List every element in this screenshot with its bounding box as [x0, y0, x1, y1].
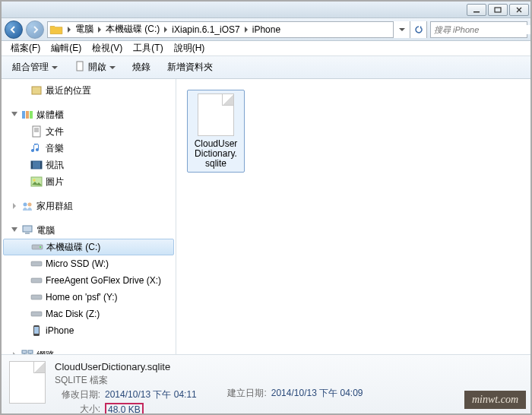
picture-icon	[30, 176, 43, 188]
breadcrumb-iphone[interactable]: iPhone	[251, 22, 282, 37]
details-text: CloudUserDictionary.sqlite SQLITE 檔案 修改日…	[55, 361, 197, 407]
file-icon	[198, 93, 234, 136]
file-item[interactable]: CloudUser Dictionary. sqlite	[187, 90, 245, 173]
svg-rect-19	[31, 261, 42, 266]
details-text-2: 建立日期: 2014/10/13 下午 04:09	[221, 361, 363, 407]
open-button[interactable]: 開啟	[68, 59, 122, 76]
svg-rect-25	[22, 350, 27, 353]
refresh-button[interactable]	[410, 21, 426, 38]
sidebar-item-computer[interactable]: 電腦	[2, 222, 176, 239]
sidebar-label: 家用群組	[36, 200, 73, 213]
sidebar-label: Mac Disk (Z:)	[46, 309, 100, 319]
dropdown-button[interactable]	[393, 21, 410, 38]
sidebar-item-drive-x[interactable]: FreeAgent GoFlex Drive (X:)	[2, 272, 176, 289]
created-label: 建立日期:	[221, 387, 267, 400]
back-button[interactable]	[5, 21, 23, 39]
expand-icon[interactable]	[11, 202, 18, 210]
drive-icon	[31, 241, 43, 253]
sidebar[interactable]: 最近的位置 媒體櫃 文件 音樂 視訊 圖片 家用群組	[2, 79, 176, 354]
drive-icon	[30, 308, 43, 320]
content-area[interactable]: CloudUser Dictionary. sqlite	[176, 79, 530, 354]
sidebar-label: 電腦	[36, 224, 55, 237]
menu-edit[interactable]: 編輯(E)	[46, 40, 86, 56]
close-button[interactable]	[509, 4, 529, 16]
breadcrumb-drive-c[interactable]: 本機磁碟 (C:)	[104, 22, 161, 37]
open-label: 開啟	[88, 61, 106, 74]
sidebar-item-music[interactable]: 音樂	[2, 140, 176, 157]
file-icon	[9, 361, 46, 404]
organize-button[interactable]: 組合管理	[6, 59, 64, 76]
navigation-bar: 電腦 本機磁碟 (C:) iXiapin.6.1_iOS7 iPhone	[2, 18, 530, 41]
chevron-right-icon[interactable]	[161, 27, 170, 33]
svg-rect-10	[40, 161, 42, 169]
svg-rect-8	[31, 161, 42, 169]
svg-rect-0	[473, 11, 480, 13]
forward-button[interactable]	[26, 21, 44, 39]
breadcrumb-computer[interactable]: 電腦	[74, 22, 95, 37]
sidebar-item-drive-z[interactable]: Mac Disk (Z:)	[2, 306, 176, 322]
organize-label: 組合管理	[12, 61, 49, 74]
sidebar-item-iphone[interactable]: iPhone	[2, 322, 176, 339]
file-label-line: Dictionary.	[195, 148, 237, 159]
file-label-line: CloudUser	[195, 138, 238, 149]
collapse-icon[interactable]	[11, 227, 18, 234]
chevron-right-icon[interactable]	[65, 27, 74, 33]
modified-value: 2014/10/13 下午 04:11	[105, 388, 197, 401]
search-input[interactable]	[434, 25, 532, 34]
sidebar-item-video[interactable]: 視訊	[2, 157, 176, 173]
svg-rect-16	[25, 233, 30, 234]
drive-icon	[30, 258, 43, 270]
sidebar-label: 文件	[46, 125, 64, 138]
sidebar-label: 最近的位置	[46, 84, 91, 97]
expand-icon[interactable]	[11, 351, 18, 354]
sidebar-label: FreeAgent GoFlex Drive (X:)	[46, 275, 161, 286]
search-box[interactable]	[430, 21, 527, 38]
network-icon	[21, 349, 33, 354]
file-label-line: sqlite	[205, 158, 226, 169]
svg-rect-22	[31, 312, 42, 316]
chevron-right-icon[interactable]	[95, 27, 104, 33]
collapse-icon[interactable]	[11, 111, 18, 119]
sidebar-item-libraries[interactable]: 媒體櫃	[2, 106, 176, 123]
main-area: 最近的位置 媒體櫃 文件 音樂 視訊 圖片 家用群組	[2, 79, 530, 354]
maximize-button[interactable]	[488, 4, 508, 16]
menu-file[interactable]: 檔案(F)	[6, 40, 45, 56]
computer-icon	[21, 224, 33, 236]
sidebar-item-documents[interactable]: 文件	[2, 123, 176, 140]
sidebar-label: 網路	[36, 349, 55, 355]
menu-tools[interactable]: 工具(T)	[128, 40, 167, 56]
toolbar: 組合管理 開啟 燒錄 新增資料夾	[2, 56, 530, 79]
document-icon	[30, 125, 43, 138]
chevron-right-icon[interactable]	[242, 27, 251, 33]
sidebar-item-drive-w[interactable]: Micro SSD (W:)	[2, 255, 176, 272]
menu-help[interactable]: 說明(H)	[169, 40, 210, 56]
svg-rect-24	[34, 327, 39, 334]
svg-rect-3	[32, 87, 41, 94]
breadcrumb-ixiapin[interactable]: iXiapin.6.1_iOS7	[170, 22, 241, 37]
burn-label: 燒錄	[132, 61, 150, 74]
sidebar-item-drive-c[interactable]: 本機磁碟 (C:)	[3, 239, 174, 255]
sidebar-item-homegroup[interactable]: 家用群組	[2, 198, 176, 214]
sidebar-item-drive-y[interactable]: Home on 'psf' (Y:)	[2, 289, 176, 306]
sidebar-label: 媒體櫃	[36, 109, 64, 122]
watermark: minwt.com	[464, 391, 526, 409]
svg-rect-20	[31, 278, 42, 283]
sidebar-item-pictures[interactable]: 圖片	[2, 173, 176, 190]
svg-rect-21	[31, 295, 42, 299]
svg-rect-2	[77, 62, 83, 71]
minimize-button[interactable]	[467, 4, 486, 16]
menu-view[interactable]: 檢視(V)	[87, 40, 127, 56]
sidebar-label: 音樂	[46, 142, 64, 155]
sidebar-item-network[interactable]: 網路	[2, 347, 176, 354]
folder-icon	[49, 23, 63, 36]
libraries-icon	[21, 109, 33, 121]
burn-button[interactable]: 燒錄	[126, 59, 157, 76]
svg-rect-6	[30, 111, 33, 119]
address-bar[interactable]: 電腦 本機磁碟 (C:) iXiapin.6.1_iOS7 iPhone	[47, 21, 427, 38]
menu-bar: 檔案(F) 編輯(E) 檢視(V) 工具(T) 說明(H)	[2, 41, 530, 56]
new-folder-button[interactable]: 新增資料夾	[161, 59, 219, 76]
modified-label: 修改日期:	[55, 388, 100, 401]
document-icon	[74, 61, 85, 74]
sidebar-item-recent[interactable]: 最近的位置	[2, 82, 176, 99]
size-value: 48.0 KB	[105, 403, 144, 415]
